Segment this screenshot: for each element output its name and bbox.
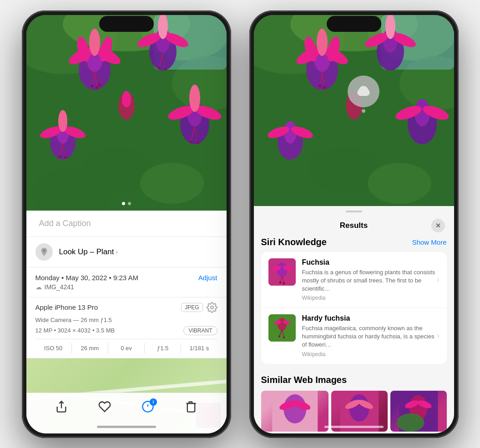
siri-bubble	[348, 76, 379, 107]
hardy-chevron: ›	[437, 332, 439, 340]
adjust-button[interactable]: Adjust	[198, 274, 217, 282]
settings-icon[interactable]	[207, 302, 217, 313]
svg-point-106	[278, 336, 280, 337]
close-button[interactable]: ✕	[431, 219, 445, 232]
home-indicator-right[interactable]	[324, 426, 384, 428]
svg-point-75	[323, 86, 326, 89]
exif-iso: ISO 50	[35, 343, 72, 353]
lookup-text: Look Up – Plant›	[59, 247, 118, 257]
similar-image-3[interactable]	[390, 391, 447, 432]
close-label: ✕	[435, 222, 441, 229]
device-badges: JPEG	[181, 302, 217, 313]
lookup-icon	[35, 243, 53, 261]
siri-knowledge-header: Siri Knowledge Show More	[261, 237, 447, 247]
flower-photo[interactable]	[26, 15, 227, 211]
dynamic-island	[99, 16, 154, 32]
phones-container: Add a Caption Look Up – Plant›	[22, 10, 459, 438]
siri-knowledge-title: Siri Knowledge	[261, 237, 327, 247]
metadata-section: Monday • May 30, 2022 • 9:23 AM Adjust ☁…	[26, 267, 227, 297]
fuchsia-chevron: ›	[437, 276, 439, 284]
svg-point-53	[43, 249, 45, 252]
lookup-section[interactable]: Look Up – Plant›	[26, 237, 227, 267]
style-badge: VIBRANT	[183, 326, 217, 335]
hardy-content: Hardy fuchsia Fuchsia magellanica, commo…	[302, 314, 440, 357]
camera-resolution: 12 MP • 3024 × 4032 • 3.5 MB	[35, 327, 115, 334]
dot-1	[122, 202, 125, 205]
siri-knowledge-section: Siri Knowledge Show More	[254, 237, 454, 368]
caption-placeholder[interactable]: Add a Caption	[39, 219, 91, 228]
show-more-button[interactable]: Show More	[412, 238, 447, 246]
right-phone: Results ✕ Siri Knowledge Show More	[249, 10, 459, 438]
dynamic-island-right	[327, 16, 381, 32]
lookup-arrow: ›	[115, 247, 118, 256]
left-screen: Add a Caption Look Up – Plant›	[26, 15, 227, 433]
hardy-description: Fuchsia magellanica, commonly known as t…	[302, 324, 440, 349]
delete-button[interactable]	[185, 400, 197, 413]
home-indicator[interactable]	[97, 426, 156, 428]
caption-area[interactable]: Add a Caption	[26, 211, 227, 237]
svg-point-18	[98, 83, 101, 86]
share-button[interactable]	[55, 400, 68, 413]
like-button[interactable]	[98, 400, 111, 413]
results-header: Results ✕	[254, 212, 454, 237]
similar-web-section: Similar Web Images	[254, 368, 454, 433]
photo-dots	[122, 202, 131, 205]
left-phone: Add a Caption Look Up – Plant›	[22, 10, 231, 438]
filename-row: ☁ IMG_4241	[35, 283, 217, 291]
svg-point-49	[140, 163, 204, 204]
photo-date: Monday • May 30, 2022 • 9:23 AM	[35, 274, 138, 282]
svg-point-41	[189, 85, 200, 112]
svg-point-98	[279, 281, 281, 283]
svg-point-74	[318, 85, 321, 87]
fuchsia-description: Fuchsia is a genus of flowering plants t…	[302, 268, 440, 293]
info-badge: i	[150, 398, 157, 406]
lookup-subject: Plant	[94, 247, 114, 256]
svg-point-44	[190, 141, 192, 143]
cloud-icon: ☁	[35, 283, 42, 291]
svg-point-101	[278, 318, 287, 331]
svg-point-35	[59, 155, 61, 157]
results-panel: Results ✕ Siri Knowledge Show More	[254, 206, 454, 433]
svg-point-32	[58, 110, 67, 132]
hardy-thumbnail	[268, 314, 296, 342]
svg-point-10	[89, 29, 100, 56]
format-badge: JPEG	[181, 303, 202, 312]
right-screen: Results ✕ Siri Knowledge Show More	[254, 15, 454, 433]
camera-res-row: 12 MP • 3024 × 4032 • 3.5 MB VIBRANT	[35, 326, 217, 335]
svg-point-47	[122, 91, 131, 107]
fuchsia-content: Fuchsia Fuchsia is a genus of flowering …	[302, 258, 440, 302]
svg-point-26	[158, 66, 160, 69]
camera-lens-info: Wide Camera — 26 mm ƒ1.5	[35, 317, 217, 323]
similar-image-1[interactable]	[261, 391, 329, 432]
svg-point-17	[96, 86, 98, 89]
svg-point-91	[368, 163, 431, 204]
device-name: Apple iPhone 13 Pro	[35, 303, 98, 311]
exif-row: ISO 50 26 mm 0 ev ƒ1.5 1/181 s	[35, 339, 217, 353]
results-title: Results	[277, 221, 431, 230]
svg-point-36	[64, 156, 66, 158]
svg-point-69	[317, 29, 328, 56]
svg-point-54	[211, 306, 213, 309]
similar-web-title: Similar Web Images	[261, 375, 447, 385]
svg-point-27	[164, 68, 167, 70]
lookup-label: Look Up –	[59, 247, 95, 256]
hardy-source: Wikipedia	[302, 351, 440, 357]
knowledge-card: Fuchsia Fuchsia is a genus of flowering …	[261, 252, 447, 364]
info-button[interactable]: i	[141, 400, 154, 413]
svg-point-99	[283, 282, 285, 284]
fuchsia-source: Wikipedia	[302, 295, 440, 301]
exif-aperture: ƒ1.5	[145, 343, 181, 353]
fuchsia-thumbnail	[268, 258, 296, 286]
knowledge-item-hardy[interactable]: Hardy fuchsia Fuchsia magellanica, commo…	[261, 308, 447, 364]
svg-point-16	[91, 85, 94, 87]
fuchsia-name: Fuchsia	[302, 258, 440, 267]
filename-text: IMG_4241	[45, 283, 74, 291]
flower-photo-right[interactable]	[254, 15, 454, 206]
svg-point-107	[283, 337, 285, 338]
svg-point-45	[197, 141, 199, 144]
date-text: Monday • May 30, 2022 • 9:23 AM	[35, 274, 138, 282]
svg-point-120	[397, 413, 424, 432]
exif-focal: 26 mm	[72, 343, 108, 353]
knowledge-item-fuchsia[interactable]: Fuchsia Fuchsia is a genus of flowering …	[261, 252, 447, 308]
dot-2	[128, 202, 131, 205]
